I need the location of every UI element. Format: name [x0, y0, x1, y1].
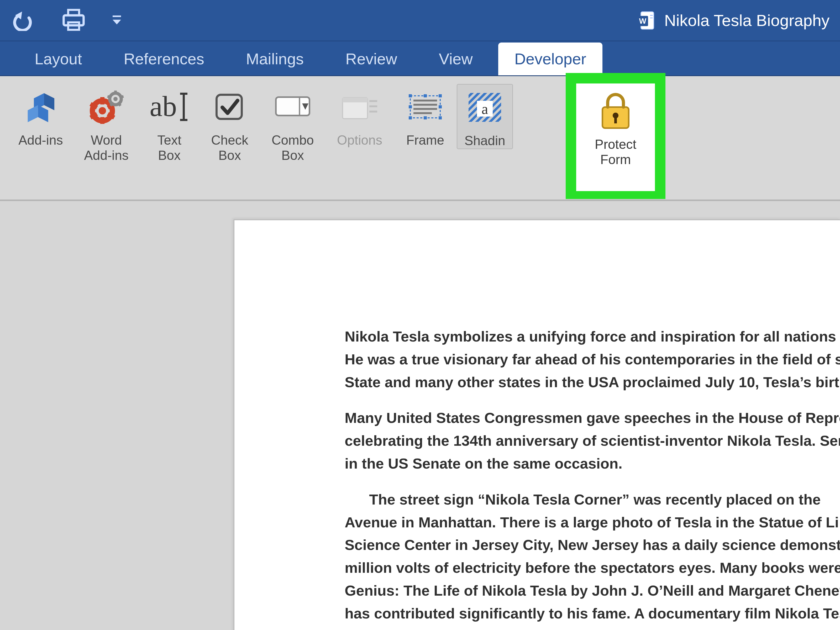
- svg-rect-40: [343, 98, 368, 103]
- svg-marker-15: [38, 105, 48, 122]
- print-button[interactable]: [60, 7, 87, 33]
- word-doc-icon: W: [636, 10, 656, 31]
- svg-point-17: [99, 107, 106, 114]
- document-canvas[interactable]: Nikola Tesla symbolizes a unifying force…: [0, 201, 840, 630]
- addins-button[interactable]: Add-ins: [8, 84, 74, 148]
- addins-label: Add-ins: [18, 133, 63, 148]
- svg-rect-2: [63, 16, 84, 25]
- svg-rect-35: [216, 95, 242, 119]
- svg-rect-21: [100, 117, 104, 124]
- combo-box-label: Combo Box: [272, 133, 314, 163]
- undo-icon: [13, 10, 34, 31]
- options-label: Options: [337, 133, 382, 148]
- text-box-label: Text Box: [157, 133, 182, 163]
- svg-marker-5: [113, 20, 121, 24]
- text-line: million volts of electricity before the …: [345, 559, 840, 576]
- text-line: has contributed significantly to his fam…: [345, 605, 840, 622]
- paragraph-2: Many United States Congressmen gave spee…: [345, 407, 840, 475]
- shading-button[interactable]: a Shadin: [457, 84, 513, 149]
- protect-form-label: Protect Form: [595, 137, 636, 167]
- shading-icon: a: [466, 88, 503, 127]
- text-box-button[interactable]: ab Text Box: [139, 84, 199, 163]
- svg-rect-52: [439, 105, 442, 108]
- text-line: Science Center in Jersey City, New Jerse…: [345, 537, 840, 553]
- combo-box-icon: [274, 87, 311, 126]
- svg-rect-44: [410, 96, 440, 118]
- paragraph-3: The street sign “Nikola Tesla Corner” wa…: [345, 488, 840, 630]
- options-icon: [340, 87, 379, 126]
- combo-box-button[interactable]: Combo Box: [260, 84, 325, 163]
- svg-rect-63: [614, 117, 617, 123]
- svg-rect-48: [439, 116, 442, 120]
- page-content: Nikola Tesla symbolizes a unifying force…: [234, 220, 840, 630]
- tab-references[interactable]: References: [107, 43, 221, 75]
- text-line: State and many other states in the USA p…: [345, 374, 840, 390]
- svg-text:a: a: [482, 101, 488, 117]
- customize-qat-button[interactable]: [110, 7, 123, 33]
- tab-layout[interactable]: Layout: [18, 43, 98, 75]
- shading-label: Shadin: [464, 133, 505, 148]
- text-line: Genius: The Life of Nikola Tesla by John…: [345, 582, 840, 599]
- svg-rect-50: [424, 116, 427, 120]
- check-box-button[interactable]: Check Box: [199, 84, 260, 163]
- text-box-icon: ab: [147, 87, 192, 126]
- svg-rect-4: [113, 16, 121, 17]
- tab-mailings[interactable]: Mailings: [230, 43, 320, 75]
- text-line: Nikola Tesla symbolizes a unifying force…: [345, 328, 840, 345]
- undo-button[interactable]: [11, 7, 37, 33]
- text-line: in the US Senate on the same occasion.: [345, 455, 622, 472]
- svg-rect-45: [409, 94, 412, 97]
- svg-rect-49: [424, 94, 427, 97]
- frame-icon: [406, 87, 445, 126]
- text-line: World, produced by the Tesla Memorial So…: [345, 628, 835, 630]
- frame-label: Frame: [406, 133, 444, 148]
- text-line: celebrating the 134th anniversary of sci…: [345, 432, 840, 449]
- document-title-area: W Nikola Tesla Biography: [636, 10, 829, 31]
- lock-icon: [597, 92, 634, 131]
- svg-rect-18: [100, 97, 104, 104]
- tab-developer[interactable]: Developer: [498, 43, 603, 75]
- check-box-icon: [214, 87, 245, 126]
- check-box-label: Check Box: [211, 133, 248, 163]
- title-bar: W Nikola Tesla Biography: [0, 0, 840, 41]
- chevron-down-icon: [112, 14, 122, 27]
- svg-marker-14: [28, 105, 38, 122]
- options-button[interactable]: Options: [325, 84, 394, 148]
- quick-access-toolbar: [11, 7, 123, 33]
- svg-rect-26: [114, 90, 117, 95]
- tab-review[interactable]: Review: [329, 43, 414, 75]
- word-addins-label: Word Add-ins: [84, 133, 129, 163]
- svg-rect-47: [409, 116, 412, 120]
- tab-view[interactable]: View: [423, 43, 489, 75]
- svg-point-25: [114, 97, 118, 101]
- text-line: Avenue in Manhattan. There is a large ph…: [345, 514, 839, 531]
- svg-rect-51: [409, 105, 412, 108]
- word-addins-button[interactable]: Word Add-ins: [74, 84, 139, 163]
- frame-button[interactable]: Frame: [394, 84, 457, 148]
- document-page: Nikola Tesla symbolizes a unifying force…: [234, 219, 840, 630]
- text-line: Many United States Congressmen gave spee…: [345, 409, 840, 426]
- svg-rect-46: [439, 94, 442, 97]
- highlight-frame: Protect Form: [566, 73, 665, 199]
- addins-icon: [24, 87, 58, 126]
- svg-text:ab: ab: [150, 91, 177, 122]
- print-icon: [61, 8, 86, 33]
- svg-marker-13: [44, 93, 54, 110]
- paragraph-1: Nikola Tesla symbolizes a unifying force…: [345, 325, 840, 393]
- ribbon-toolbar: Add-ins: [0, 76, 840, 201]
- text-line: The street sign “Nikola Tesla Corner” wa…: [345, 491, 821, 508]
- protect-form-button[interactable]: Protect Form: [576, 84, 655, 191]
- text-line: He was a true visionary far ahead of his…: [345, 351, 840, 368]
- word-addins-icon: [88, 87, 125, 126]
- svg-text:W: W: [639, 17, 647, 25]
- ribbon-tabs: Layout References Mailings Review View D…: [0, 41, 840, 76]
- document-title: Nikola Tesla Biography: [664, 11, 829, 30]
